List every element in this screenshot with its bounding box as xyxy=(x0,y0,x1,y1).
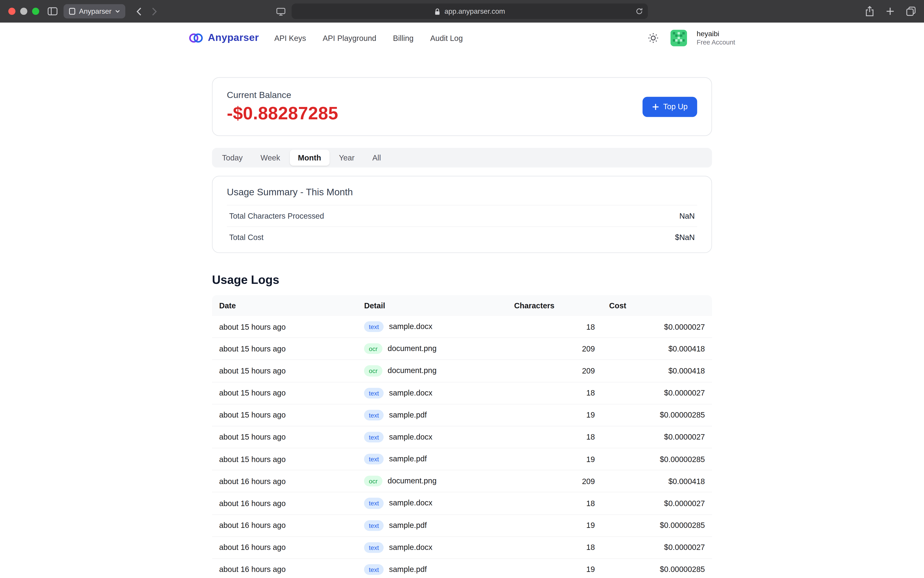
forward-chevron-icon xyxy=(151,7,157,16)
log-type-badge: ocr xyxy=(364,343,382,354)
log-cost: $0.0000027 xyxy=(602,426,712,448)
log-file-name: document.png xyxy=(387,366,437,375)
log-type-badge: ocr xyxy=(364,365,382,376)
forward-button[interactable] xyxy=(146,3,162,19)
usage-summary-card: Usage Summary - This Month Total Charact… xyxy=(212,176,712,253)
log-cost: $0.00000285 xyxy=(602,559,712,578)
log-cost: $0.00000285 xyxy=(602,404,712,426)
usage-logs-table: DateDetailCharactersCost about 15 hours … xyxy=(212,295,712,578)
log-date: about 16 hours ago xyxy=(212,559,357,578)
nav-item-billing[interactable]: Billing xyxy=(393,34,414,42)
log-file-name: sample.pdf xyxy=(389,565,427,574)
usage-log-row: about 15 hours agotextsample.pdf19$0.000… xyxy=(212,448,712,470)
usage-log-row: about 15 hours agotextsample.pdf19$0.000… xyxy=(212,404,712,426)
filter-tab-week[interactable]: Week xyxy=(252,150,288,166)
reload-button[interactable] xyxy=(635,7,643,15)
log-cost: $0.0000027 xyxy=(602,316,712,338)
log-characters: 209 xyxy=(507,360,602,382)
usage-log-row: about 16 hours agotextsample.docx18$0.00… xyxy=(212,492,712,514)
column-header-detail: Detail xyxy=(357,295,507,316)
sidebar-toggle-button[interactable] xyxy=(47,7,58,16)
log-cost: $0.0000027 xyxy=(602,536,712,559)
summary-value: NaN xyxy=(679,211,695,221)
window-close-button[interactable] xyxy=(8,8,16,15)
usage-log-row: about 16 hours agoocrdocument.png209$0.0… xyxy=(212,470,712,492)
address-bar[interactable]: app.anyparser.com xyxy=(292,3,648,19)
tabs-icon xyxy=(906,6,916,16)
log-date: about 16 hours ago xyxy=(212,536,357,559)
brand-logo[interactable]: Anyparser xyxy=(189,32,259,44)
page-settings-button[interactable] xyxy=(276,7,285,16)
log-date: about 15 hours ago xyxy=(212,360,357,382)
usage-log-row: about 16 hours agotextsample.docx18$0.00… xyxy=(212,536,712,559)
summary-row: Total Cost $NaN xyxy=(227,226,697,248)
column-header-characters: Characters xyxy=(507,295,602,316)
log-detail: textsample.pdf xyxy=(357,404,507,426)
log-cost: $0.0000027 xyxy=(602,382,712,404)
back-button[interactable] xyxy=(131,3,146,19)
summary-label: Total Characters Processed xyxy=(229,211,324,221)
log-characters: 19 xyxy=(507,448,602,470)
window-minimize-button[interactable] xyxy=(20,8,28,15)
log-file-name: sample.docx xyxy=(389,543,432,552)
log-characters: 18 xyxy=(507,316,602,338)
balance-amount: -$0.88287285 xyxy=(227,103,339,123)
plus-icon xyxy=(652,103,659,110)
usage-logs-title: Usage Logs xyxy=(212,273,712,287)
log-date: about 15 hours ago xyxy=(212,338,357,360)
new-tab-button[interactable] xyxy=(886,7,894,16)
theme-toggle-button[interactable] xyxy=(645,30,661,46)
device-icon xyxy=(276,7,285,16)
sidebar-icon xyxy=(47,7,58,16)
summary-value: $NaN xyxy=(675,233,695,242)
log-detail: textsample.docx xyxy=(357,492,507,514)
nav-item-api-keys[interactable]: API Keys xyxy=(274,34,306,42)
filter-tab-all[interactable]: All xyxy=(364,150,389,166)
log-detail: ocrdocument.png xyxy=(357,470,507,492)
log-characters: 19 xyxy=(507,515,602,536)
share-icon xyxy=(865,6,874,17)
column-header-date: Date xyxy=(212,295,357,316)
log-date: about 15 hours ago xyxy=(212,382,357,404)
log-detail: textsample.pdf xyxy=(357,448,507,470)
usage-log-row: about 16 hours agotextsample.pdf19$0.000… xyxy=(212,515,712,536)
nav-item-audit-log[interactable]: Audit Log xyxy=(430,34,463,42)
top-up-button[interactable]: Top Up xyxy=(642,96,697,117)
log-type-badge: text xyxy=(364,564,384,575)
usage-table-header-row: DateDetailCharactersCost xyxy=(212,295,712,316)
log-file-name: sample.docx xyxy=(389,322,432,331)
share-button[interactable] xyxy=(865,6,874,17)
filter-tab-month[interactable]: Month xyxy=(290,150,329,166)
log-date: about 16 hours ago xyxy=(212,492,357,514)
log-cost: $0.000418 xyxy=(602,470,712,492)
filter-tab-today[interactable]: Today xyxy=(214,150,251,166)
log-characters: 18 xyxy=(507,492,602,514)
log-type-badge: text xyxy=(364,387,384,398)
log-detail: textsample.docx xyxy=(357,426,507,448)
log-characters: 18 xyxy=(507,382,602,404)
log-file-name: sample.pdf xyxy=(389,521,427,529)
log-file-name: document.png xyxy=(387,344,437,353)
log-detail: textsample.docx xyxy=(357,316,507,338)
browser-tab[interactable]: Anyparser xyxy=(63,4,125,18)
log-characters: 18 xyxy=(507,426,602,448)
log-type-badge: text xyxy=(364,498,384,509)
avatar[interactable] xyxy=(671,30,687,46)
log-type-badge: text xyxy=(364,520,384,531)
log-type-badge: text xyxy=(364,432,384,443)
log-file-name: sample.docx xyxy=(389,432,432,442)
summary-row: Total Characters Processed NaN xyxy=(227,205,697,226)
log-detail: textsample.docx xyxy=(357,382,507,404)
filter-tabs: TodayWeekMonthYearAll xyxy=(212,148,712,167)
site-header: Anyparser API KeysAPI PlaygroundBillingA… xyxy=(0,23,924,53)
filter-tab-year[interactable]: Year xyxy=(331,150,363,166)
tab-overview-button[interactable] xyxy=(906,6,916,16)
usage-log-row: about 15 hours agoocrdocument.png209$0.0… xyxy=(212,360,712,382)
window-zoom-button[interactable] xyxy=(32,8,39,15)
user-menu[interactable]: heyaibi Free Account xyxy=(697,29,735,47)
usage-log-row: about 15 hours agoocrdocument.png209$0.0… xyxy=(212,338,712,360)
usage-log-row: about 15 hours agotextsample.docx18$0.00… xyxy=(212,426,712,448)
lock-icon xyxy=(434,7,441,15)
nav-item-api-playground[interactable]: API Playground xyxy=(323,34,376,42)
avatar-pixel-icon xyxy=(671,30,687,46)
